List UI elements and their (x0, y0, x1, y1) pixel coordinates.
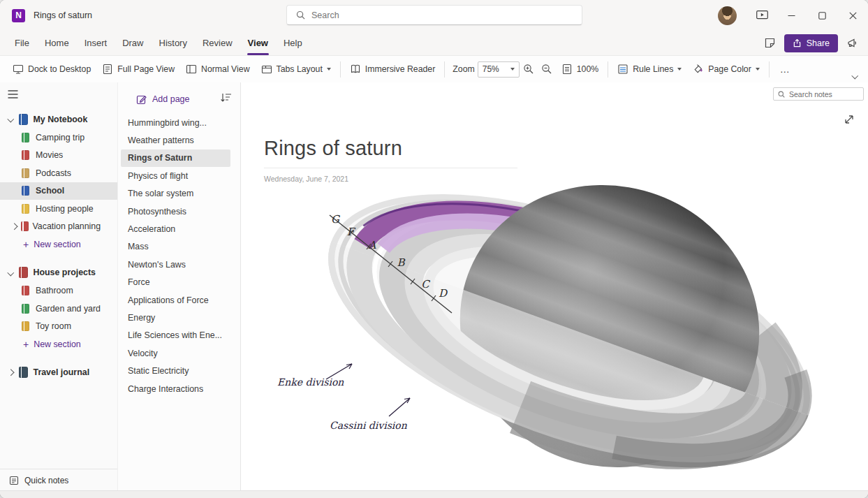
chevron-right-icon[interactable] (8, 369, 14, 375)
search-icon (778, 91, 785, 98)
search-input[interactable]: Search (286, 5, 582, 25)
page-list-item[interactable]: Force (118, 274, 240, 291)
menu-file[interactable]: File (7, 31, 37, 55)
notebook-travel-journal[interactable]: Travel journal (0, 363, 117, 382)
page-title: Physics of flight (128, 171, 188, 181)
quick-notes-button[interactable]: Quick notes (0, 469, 117, 491)
expand-page-button[interactable] (844, 114, 855, 125)
sidebar-section-hosting-people[interactable]: Hosting people (0, 200, 117, 218)
zoom-level-select[interactable]: 75% (478, 61, 520, 78)
page-list-item[interactable]: Photosynthesis (118, 203, 240, 220)
page-list-item[interactable]: Charge Interactions (118, 380, 240, 397)
horizontal-scrollbar[interactable] (0, 490, 868, 498)
page-list-item[interactable]: Static Electricity (118, 362, 240, 379)
navigation-toggle-button[interactable] (0, 82, 117, 104)
tabs-layout-icon (261, 64, 272, 75)
chevron-down-icon[interactable] (8, 116, 14, 122)
page-list-item[interactable]: Physics of flight (118, 167, 240, 184)
sidebar-section-school[interactable]: School (0, 182, 117, 200)
menu-home[interactable]: Home (37, 31, 77, 55)
feedback-note-button[interactable] (764, 37, 776, 49)
page-list: Hummingbird wing... Weather patterns Rin… (118, 114, 240, 397)
normal-view-button[interactable]: Normal View (180, 60, 255, 78)
notebook-icon (19, 267, 28, 278)
ribbon-more-button[interactable]: … (773, 61, 797, 78)
section-icon (22, 321, 29, 331)
sidebar-section-garden-and-yard[interactable]: Garden and yard (0, 300, 117, 318)
add-page-button[interactable]: Add page (136, 94, 190, 105)
page-list-item[interactable]: Weather patterns (118, 131, 240, 149)
sidebar-section-movies[interactable]: Movies (0, 147, 117, 165)
page-list-item[interactable]: Newton's Laws (118, 256, 240, 273)
page-list-item[interactable]: Hummingbird wing... (118, 114, 240, 131)
notebook-house-projects[interactable]: House projects (0, 263, 117, 282)
page-list-item[interactable]: Energy (118, 309, 240, 326)
section-icon (22, 286, 29, 295)
sidebar-section-toy-room[interactable]: Toy room (0, 318, 117, 336)
page-color-icon (693, 64, 704, 75)
page-list-header: Add page (118, 82, 240, 114)
menu-review[interactable]: Review (195, 31, 240, 55)
new-section-button[interactable]: + New section (0, 235, 117, 254)
page-canvas[interactable]: G F A B C D Enke division Cassini divisi… (241, 82, 868, 491)
menu-view[interactable]: View (240, 31, 276, 55)
page-list-item[interactable]: Mass (118, 238, 240, 256)
cassini-arrow (389, 398, 410, 416)
quick-notes-icon (9, 476, 19, 485)
page-color-label: Page Color (708, 64, 751, 74)
whats-new-button[interactable] (846, 38, 858, 49)
zoom-in-button[interactable] (520, 60, 538, 78)
menu-history[interactable]: History (152, 31, 195, 55)
menu-insert[interactable]: Insert (77, 31, 115, 55)
page-list-item[interactable]: Applications of Force (118, 291, 240, 309)
ring-label-g: G (331, 213, 340, 226)
search-notes-placeholder: Search notes (789, 90, 832, 98)
full-page-view-button[interactable]: Full Page View (96, 60, 180, 78)
page-color-button[interactable]: Page Color (687, 60, 765, 78)
page-list-item[interactable]: Life Sciences with Ene... (118, 327, 240, 344)
search-notes-input[interactable]: Search notes (773, 87, 864, 101)
ribbon-collapse-button[interactable] (853, 70, 868, 82)
notebook-group: My Notebook Camping trip Movies Podcasts… (0, 110, 117, 254)
tabs-layout-button[interactable]: Tabs Layout (256, 60, 337, 78)
chevron-right-icon[interactable] (11, 224, 17, 230)
title-divider (264, 168, 517, 168)
sidebar-section-podcasts[interactable]: Podcasts (0, 164, 117, 182)
page-list-item[interactable]: Velocity (118, 344, 240, 362)
section-name: School (36, 186, 64, 196)
page-list-item-selected[interactable]: Rings of Saturn (121, 149, 230, 167)
sort-pages-button[interactable] (221, 93, 232, 105)
zoom-out-button[interactable] (538, 60, 556, 78)
menu-draw[interactable]: Draw (115, 31, 151, 55)
share-icon (793, 38, 802, 47)
page-title[interactable]: Rings of saturn (264, 137, 402, 160)
notebooks-sidebar: My Notebook Camping trip Movies Podcasts… (0, 82, 117, 491)
dock-to-desktop-icon (13, 64, 24, 75)
sort-icon (221, 93, 232, 103)
sidebar-section-camping-trip[interactable]: Camping trip (0, 129, 117, 147)
minimize-button[interactable] (776, 0, 807, 31)
section-name: Toy room (36, 321, 71, 331)
share-button[interactable]: Share (784, 34, 838, 52)
close-button[interactable] (837, 0, 868, 31)
sidebar-section-bathroom[interactable]: Bathroom (0, 282, 117, 300)
onenote-window: N Rings of saturn Search (0, 0, 868, 498)
menu-help[interactable]: Help (276, 31, 310, 55)
page-list-item[interactable]: The solar system (118, 185, 240, 203)
user-avatar[interactable] (718, 6, 737, 25)
new-section-button[interactable]: + New section (0, 335, 117, 353)
zoom-100-button[interactable]: 100% (556, 60, 604, 78)
section-name: Podcasts (36, 168, 71, 178)
page-list-item[interactable]: Acceleration (118, 220, 240, 237)
immersive-reader-button[interactable]: Immersive Reader (344, 60, 441, 78)
maximize-button[interactable] (807, 0, 837, 31)
titlebar: N Rings of saturn Search (0, 0, 868, 31)
rule-lines-button[interactable]: Rule Lines (612, 60, 687, 78)
notebook-my-notebook[interactable]: My Notebook (0, 110, 117, 129)
rule-lines-icon (617, 64, 628, 75)
chevron-down-icon[interactable] (8, 269, 14, 275)
dock-to-desktop-button[interactable]: Dock to Desktop (7, 60, 96, 78)
zoom-100-icon (561, 64, 573, 75)
sidebar-section-vacation-planning[interactable]: Vacation planning (0, 218, 117, 236)
present-button[interactable] (748, 0, 776, 31)
